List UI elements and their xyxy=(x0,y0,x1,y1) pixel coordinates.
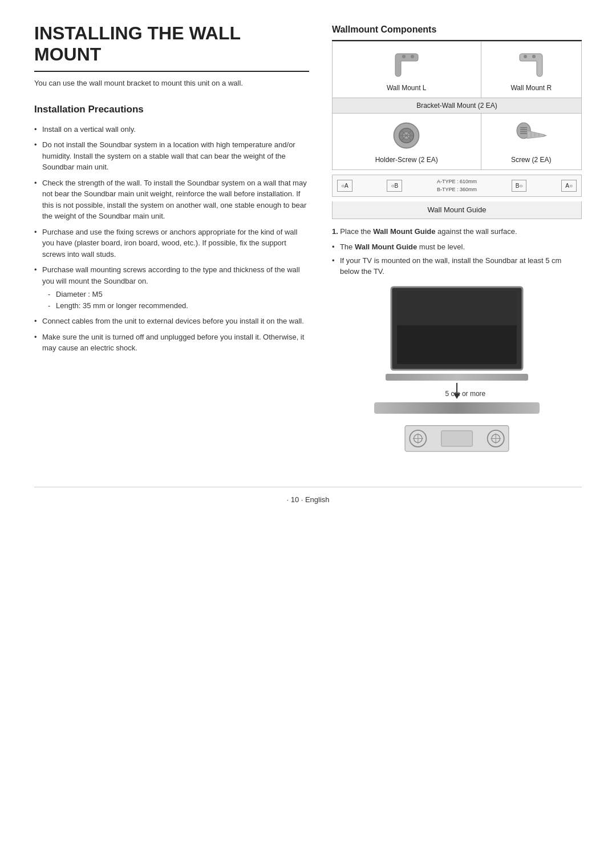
svg-point-2 xyxy=(532,55,536,58)
precautions-list: Install on a vertical wall only. Do not … xyxy=(34,124,309,354)
holder-screw-label: Holder-Screw (2 EA) xyxy=(335,155,479,165)
tv-screen-svg xyxy=(388,284,525,373)
svg-point-1 xyxy=(411,55,414,58)
mount-diagram-svg xyxy=(400,418,514,464)
list-item: Purchase and use the fixing screws or an… xyxy=(34,227,309,260)
holder-screw-icon xyxy=(391,120,422,151)
left-column: INSTALLING THE WALL MOUNT You can use th… xyxy=(34,23,309,464)
component-cell-bracket-l: Wall Mount L xyxy=(332,42,481,98)
screw-label: Screw (2 EA) xyxy=(484,155,579,165)
list-item: Install on a vertical wall only. xyxy=(34,124,309,135)
step-bullet-item: If your TV is mounted on the wall, insta… xyxy=(332,255,582,277)
soundbar-illustration xyxy=(374,402,540,414)
svg-rect-20 xyxy=(397,291,517,325)
bracket-r-icon xyxy=(514,48,548,79)
sub-list: Diameter : M5 Length: 35 mm or longer re… xyxy=(42,289,309,311)
svg-point-0 xyxy=(402,55,406,58)
guide-dimensions: A-TYPE : 610mm B-TYPE : 360mm xyxy=(437,178,477,193)
svg-point-3 xyxy=(524,55,527,58)
list-item: Purchase wall mounting screws according … xyxy=(34,264,309,311)
arrow-down: 5 cm or more xyxy=(428,383,486,399)
guide-a-circle: A○ xyxy=(561,180,577,192)
guide-label-b: ○B xyxy=(387,180,402,192)
list-item: Make sure the unit is turned off and unp… xyxy=(34,332,309,354)
svg-rect-28 xyxy=(441,430,473,446)
bracket-header: Bracket-Wall Mount (2 EA) xyxy=(332,98,581,114)
step1-number: 1. xyxy=(332,227,338,236)
right-column: Wallmount Components Wall Mount L xyxy=(332,23,582,464)
list-item: Check the strength of the wall. To insta… xyxy=(34,177,309,222)
step-bullet-item: The Wall Mount Guide must be level. xyxy=(332,241,582,253)
bracket-l-image xyxy=(387,46,427,80)
precautions-title: Installation Precautions xyxy=(34,102,309,117)
list-item: Connect cables from the unit to external… xyxy=(34,316,309,327)
bracket-r-label: Wall Mount R xyxy=(484,83,579,93)
guide-label-a: ○A xyxy=(337,180,352,192)
bracket-l-icon xyxy=(390,48,424,79)
intro-text: You can use the wall mount bracket to mo… xyxy=(34,78,309,89)
tv-stand xyxy=(386,374,528,381)
step1-bold: Wall Mount Guide xyxy=(373,227,435,236)
holder-screw-image xyxy=(387,118,427,152)
page-title: INSTALLING THE WALL MOUNT xyxy=(34,23,309,72)
screw-icon xyxy=(514,120,548,151)
wall-mount-bottom-diagram xyxy=(400,418,514,464)
components-table: Wall Mount L Wall Mount R xyxy=(332,41,582,170)
screw-image xyxy=(511,118,551,152)
list-item: Do not install the Soundbar system in a … xyxy=(34,139,309,173)
guide-strip: ○A ○B A-TYPE : 610mm B-TYPE : 360mm B○ A… xyxy=(332,175,582,197)
page-container: INSTALLING THE WALL MOUNT You can use th… xyxy=(34,23,582,464)
tv-illustration: 5 cm or more xyxy=(332,284,582,464)
components-title: Wallmount Components xyxy=(332,23,582,41)
guide-b-circle: B○ xyxy=(512,180,527,192)
bracket-l-label: Wall Mount L xyxy=(335,83,479,93)
component-cell-bracket-r: Wall Mount R xyxy=(481,42,581,98)
sub-list-item: Length: 35 mm or longer recommended. xyxy=(48,300,309,312)
step1-bullets: The Wall Mount Guide must be level. If y… xyxy=(332,241,582,277)
guide-strip-inner: ○A ○B A-TYPE : 610mm B-TYPE : 360mm B○ A… xyxy=(337,178,577,193)
bracket-r-image xyxy=(511,46,551,80)
step1-text: 1. Place the Wall Mount Guide against th… xyxy=(332,226,582,237)
page-footer: · 10 · English xyxy=(34,487,582,506)
step1-bullet1-bold: Wall Mount Guide xyxy=(355,243,417,251)
wall-mount-guide-label: Wall Mount Guide xyxy=(332,201,582,219)
sub-list-item: Diameter : M5 xyxy=(48,289,309,300)
component-cell-holder: Holder-Screw (2 EA) xyxy=(332,114,481,170)
arrow-label: 5 cm or more xyxy=(445,389,486,399)
component-cell-screw: Screw (2 EA) xyxy=(481,114,581,170)
